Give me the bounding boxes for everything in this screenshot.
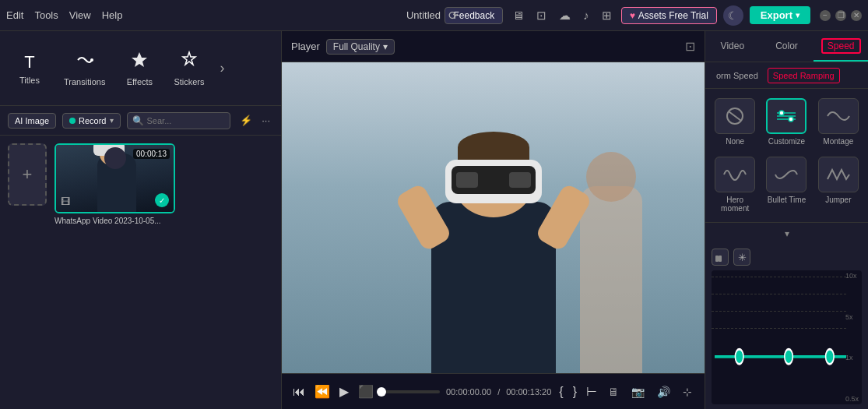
toolbar: T Titles Transitions Effects	[0, 31, 281, 106]
volume-icon[interactable]: 🔊	[654, 384, 673, 400]
bell-icon[interactable]: ♪	[580, 7, 592, 23]
tool-effects[interactable]: Effects	[118, 44, 161, 93]
speed-jumper-icon-box	[818, 157, 859, 192]
svg-point-0	[90, 58, 93, 62]
tool-titles[interactable]: T Titles	[8, 46, 51, 91]
speed-snowflake-button[interactable]: ✳	[733, 249, 750, 266]
graph-labels: 10x 5x 1x 0.5x	[845, 270, 859, 404]
record-label: Record	[79, 116, 106, 125]
ai-image-button[interactable]: AI Image	[8, 113, 56, 129]
toolbar-expand-button[interactable]: ›	[217, 57, 228, 79]
filter-icon[interactable]: ⚡	[237, 113, 255, 128]
quality-selector[interactable]: Full Quality ▾	[326, 39, 395, 55]
tab-color[interactable]: Color	[760, 31, 814, 62]
project-title: Untitled	[406, 9, 441, 21]
add-media-button[interactable]: +	[8, 143, 47, 206]
heart-icon: ♥	[630, 10, 635, 21]
menu-edit[interactable]: Edit	[6, 9, 23, 21]
title-center: Untitled ⟳	[406, 7, 462, 24]
tool-stickers[interactable]: Stickers	[166, 44, 212, 93]
total-time: 00:00:13:20	[506, 387, 551, 397]
record-button[interactable]: Record ▾	[62, 113, 120, 129]
quality-label: Full Quality	[333, 41, 380, 52]
mark-out-button[interactable]: }	[571, 383, 578, 400]
speed-bullet-wave	[774, 164, 799, 185]
speed-customize-label: Customize	[768, 137, 805, 146]
restore-button[interactable]: ❐	[835, 10, 846, 21]
player-label: Player	[291, 41, 320, 52]
speed-option-customize[interactable]: Customize	[763, 95, 810, 149]
selected-check-icon: ✓	[155, 193, 169, 207]
play-button[interactable]: ▶	[338, 383, 350, 400]
camera-icon[interactable]: 📷	[628, 384, 648, 400]
player-header: Player Full Quality ▾ ⊡	[282, 31, 705, 62]
monitor-icon[interactable]: 🖥	[509, 7, 527, 23]
title-bar-left: Edit Tools View Help	[6, 9, 440, 21]
search-box[interactable]: 🔍	[127, 112, 231, 129]
speed-option-none[interactable]: None	[712, 95, 758, 149]
prev-frame-button[interactable]: ⏪	[313, 383, 332, 400]
record-dot-icon	[69, 118, 76, 124]
split-button[interactable]: ⊢	[585, 383, 599, 400]
graph-label-5x: 5x	[845, 313, 859, 321]
speed-hero-icon-box	[715, 157, 755, 192]
speed-none-label: None	[726, 137, 744, 146]
subtab-uniform[interactable]: orm Speed	[712, 69, 763, 83]
stickers-icon	[180, 51, 199, 74]
media-thumbnail: 00:00:13 🎞 ✓	[54, 143, 175, 213]
svg-rect-10	[719, 256, 722, 262]
video-scene	[282, 62, 705, 373]
speed-graph[interactable]: 10x 5x 1x 0.5x	[712, 270, 862, 404]
search-icon: 🔍	[132, 115, 144, 126]
search-input[interactable]	[147, 116, 226, 125]
player-panel: Player Full Quality ▾ ⊡	[282, 31, 705, 409]
speed-customize-wave	[774, 105, 799, 127]
video-area	[282, 62, 705, 373]
right-panel: Video Color Speed orm Speed Speed Rampin…	[705, 31, 868, 409]
speed-reset-button[interactable]	[712, 249, 729, 266]
tool-transitions[interactable]: Transitions	[56, 44, 113, 93]
screen-icon[interactable]: 🖥	[605, 384, 622, 400]
fullscreen-icon[interactable]: ⊡	[685, 39, 695, 54]
share-icon[interactable]: ⊡	[533, 7, 550, 24]
cloud-icon[interactable]: ☁	[556, 7, 574, 24]
title-bar-right: Feedback 🖥 ⊡ ☁ ♪ ⊞ ♥ Assets Free Trial ☾…	[445, 5, 862, 26]
speed-option-montage[interactable]: Montage	[815, 95, 862, 149]
tab-video[interactable]: Video	[705, 31, 760, 62]
progress-bar[interactable]	[381, 390, 440, 393]
crop-icon[interactable]: ⊹	[680, 384, 695, 400]
stop-button[interactable]: ⬛	[357, 383, 375, 400]
speed-jumper-label: Jumper	[825, 196, 851, 204]
chevron-down-icon[interactable]: ▾	[785, 228, 789, 239]
speed-section-divider: ▾	[705, 222, 868, 244]
theme-toggle-button[interactable]: ☾	[723, 5, 743, 26]
skip-back-button[interactable]: ⏮	[291, 383, 307, 400]
minimize-button[interactable]: −	[820, 10, 831, 21]
speed-option-bullet[interactable]: Bullet Time	[763, 153, 810, 216]
menu-view[interactable]: View	[69, 9, 91, 21]
menu-tools[interactable]: Tools	[34, 9, 58, 21]
transitions-icon	[76, 51, 94, 74]
title-bar: Edit Tools View Help Untitled ⟳ Feedback…	[0, 0, 868, 31]
subtab-ramping[interactable]: Speed Ramping	[768, 68, 840, 83]
grid-icon[interactable]: ⊞	[599, 7, 615, 24]
graph-label-10x: 10x	[845, 272, 859, 280]
export-button[interactable]: Export ▾	[750, 6, 810, 24]
graph-label-05x: 0.5x	[845, 395, 859, 403]
assets-button[interactable]: ♥ Assets Free Trial	[621, 7, 717, 24]
mark-in-button[interactable]: {	[557, 383, 564, 400]
close-button[interactable]: ✕	[851, 10, 862, 21]
refresh-icon[interactable]: ⟳	[445, 7, 462, 24]
speed-option-hero[interactable]: Hero moment	[712, 153, 758, 216]
tab-speed[interactable]: Speed	[814, 31, 868, 62]
main-content: T Titles Transitions Effects	[0, 31, 868, 409]
speed-jumper-wave	[826, 164, 851, 185]
more-options-icon[interactable]: ···	[258, 113, 273, 128]
speed-controls-row: ✳	[712, 249, 862, 266]
speed-montage-icon-box	[818, 98, 859, 134]
quality-chevron-icon: ▾	[383, 41, 388, 52]
menu-help[interactable]: Help	[102, 9, 123, 21]
speed-option-jumper[interactable]: Jumper	[815, 153, 862, 216]
media-item[interactable]: 00:00:13 🎞 ✓ WhatsApp Video 2023-10-05..…	[54, 143, 175, 225]
stickers-label: Stickers	[174, 77, 204, 86]
